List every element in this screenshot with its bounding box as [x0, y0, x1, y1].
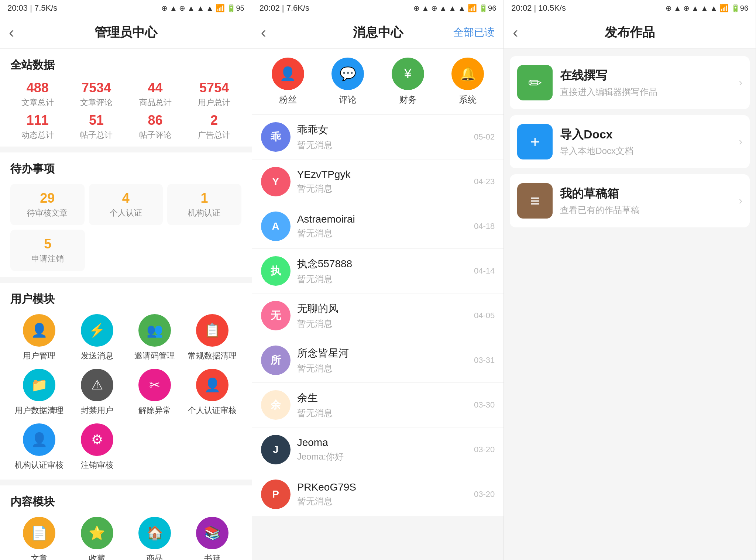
stat-label: 动态总计: [10, 130, 65, 141]
category-评论[interactable]: 💬 评论: [331, 58, 364, 106]
message-preview: 暂无消息: [297, 273, 467, 285]
publish-item[interactable]: ≡ 我的草稿箱 查看已有的作品草稿 ›: [510, 174, 750, 227]
chevron-right-icon: ›: [739, 136, 742, 148]
message-name: Astraemoirai: [297, 213, 467, 225]
stat-item: 488 文章总计: [10, 80, 65, 108]
section-title: 待办事项: [10, 161, 241, 176]
stat-item: 111 动态总计: [10, 113, 65, 141]
stat-item: 7534 文章评论: [69, 80, 123, 108]
message-item[interactable]: 无 无聊的风 暂无消息 04-05: [252, 293, 504, 338]
back-button[interactable]: ‹: [9, 24, 14, 41]
module-label: 用户数据清理: [15, 405, 63, 416]
module-label: 发送消息: [81, 350, 113, 361]
category-label: 评论: [339, 94, 357, 106]
stat-item: 44 商品总计: [128, 80, 182, 108]
module-item[interactable]: ⚙ 注销审核: [68, 423, 126, 471]
todo-item[interactable]: 4 个人认证: [89, 184, 163, 225]
todo-item[interactable]: 29 待审核文章: [10, 184, 85, 225]
message-name: 执念557888: [297, 257, 467, 271]
category-icon: ¥: [392, 58, 424, 90]
stat-label: 商品总计: [128, 97, 182, 108]
stat-label: 文章总计: [10, 97, 65, 108]
stat-label: 广告总计: [187, 130, 241, 141]
module-item[interactable]: ⚡ 发送消息: [68, 314, 126, 361]
message-item[interactable]: 余 余生 暂无消息 03-30: [252, 383, 504, 427]
module-item[interactable]: 📁 用户数据清理: [10, 369, 68, 416]
content-module-item[interactable]: 🏠 商品: [126, 517, 183, 560]
message-avatar: 所: [261, 346, 291, 375]
stat-number: 2: [187, 113, 241, 128]
stat-item: 5754 用户总计: [187, 80, 241, 108]
content-module-item[interactable]: 📄 文章: [10, 517, 68, 560]
panel-content: 全站数据488 文章总计7534 文章评论44 商品总计5754 用户总计111…: [0, 49, 252, 560]
message-item[interactable]: Y YEzvTPgyk 暂无消息 04-23: [252, 159, 504, 204]
content-module-label: 收藏: [89, 553, 105, 560]
publish-icon-box: +: [517, 124, 553, 159]
message-item[interactable]: P PRKeoG79S 暂无消息 03-20: [252, 472, 504, 517]
publish-title: 导入Docx: [560, 127, 731, 143]
header-title: 消息中心: [353, 24, 403, 41]
message-item[interactable]: 执 执念557888 暂无消息 04-14: [252, 249, 504, 293]
message-name: YEzvTPgyk: [297, 169, 467, 181]
publish-desc: 导入本地Docx文档: [560, 145, 731, 157]
module-item[interactable]: 👥 邀请码管理: [126, 314, 183, 361]
content-module-item[interactable]: ⭐ 收藏: [68, 517, 126, 560]
message-item[interactable]: J Jeoma Jeoma:你好 03-20: [252, 427, 504, 472]
category-系统[interactable]: 🔔 系统: [451, 58, 484, 106]
todo-item[interactable]: 1 机构认证: [167, 184, 241, 225]
module-icon: ⚙: [81, 423, 113, 456]
message-info: PRKeoG79S 暂无消息: [297, 481, 467, 507]
stat-number: 44: [128, 80, 182, 96]
message-name: 无聊的风: [297, 302, 467, 316]
publish-info: 在线撰写 直接进入编辑器撰写作品: [560, 68, 731, 98]
message-item[interactable]: 所 所念皆星河 暂无消息 03-31: [252, 338, 504, 383]
message-time: 03-20: [474, 489, 495, 499]
status-bar: 20:03 | 7.5K/s ⊕ ▲ ⊕ ▲ ▲ ▲ 📶 🔋95: [0, 0, 252, 16]
message-info: YEzvTPgyk 暂无消息: [297, 169, 467, 195]
message-avatar: A: [261, 212, 291, 241]
site-data-section: 全站数据488 文章总计7534 文章评论44 商品总计5754 用户总计111…: [0, 49, 252, 147]
back-button[interactable]: ‹: [513, 24, 518, 41]
module-icon: 👥: [138, 314, 171, 347]
module-item[interactable]: 👤 机构认证审核: [10, 423, 68, 471]
content-module-item[interactable]: 📚 书籍: [183, 517, 241, 560]
status-time: 20:02 | 7.6K/s: [260, 3, 309, 13]
category-粉丝[interactable]: 👤 粉丝: [272, 58, 304, 106]
content-module-icon: ⭐: [81, 517, 113, 549]
header-action[interactable]: 全部已读: [453, 25, 495, 39]
stat-number: 7534: [69, 80, 123, 96]
publish-info: 我的草稿箱 查看已有的作品草稿: [560, 186, 731, 216]
message-avatar: 乖: [261, 122, 291, 152]
message-item[interactable]: 乖 乖乖女 暂无消息 05-02: [252, 115, 504, 159]
message-time: 03-20: [474, 445, 495, 454]
message-time: 03-31: [474, 355, 495, 365]
section-title: 内容模块: [10, 494, 241, 509]
module-item[interactable]: 👤 个人认证审核: [183, 369, 241, 416]
chevron-right-icon: ›: [739, 195, 742, 207]
module-item[interactable]: 📋 常规数据清理: [183, 314, 241, 361]
publish-item[interactable]: ✏ 在线撰写 直接进入编辑器撰写作品 ›: [510, 56, 750, 109]
message-item[interactable]: A Astraemoirai 暂无消息 04-18: [252, 204, 504, 249]
module-item[interactable]: ⚠ 封禁用户: [68, 369, 126, 416]
message-avatar: 无: [261, 301, 291, 330]
status-bar: 20:02 | 7.6K/s ⊕ ▲ ⊕ ▲ ▲ ▲ 📶 🔋96: [252, 0, 504, 16]
message-list: 乖 乖乖女 暂无消息 05-02Y YEzvTPgyk 暂无消息 04-23A …: [252, 115, 504, 517]
message-time: 05-02: [474, 132, 495, 142]
publish-item[interactable]: + 导入Docx 导入本地Docx文档 ›: [510, 115, 750, 168]
chevron-right-icon: ›: [739, 77, 742, 89]
todo-single[interactable]: 5 申请注销: [10, 230, 85, 271]
back-button[interactable]: ‹: [261, 24, 266, 41]
content-module-label: 书籍: [204, 553, 220, 560]
stat-label: 文章评论: [69, 97, 123, 108]
module-label: 常规数据清理: [188, 350, 237, 361]
module-icon: 👤: [196, 369, 228, 401]
module-item[interactable]: 👤 用户管理: [10, 314, 68, 361]
message-preview: Jeoma:你好: [297, 451, 467, 463]
message-name: Jeoma: [297, 437, 467, 449]
message-preview: 暂无消息: [297, 495, 467, 507]
module-label: 邀请码管理: [134, 350, 175, 361]
category-财务[interactable]: ¥ 财务: [392, 58, 424, 106]
module-item[interactable]: ✂ 解除异常: [126, 369, 183, 416]
category-label: 财务: [399, 94, 417, 106]
panel-publish: 20:02 | 10.5K/s ⊕ ▲ ⊕ ▲ ▲ ▲ 📶 🔋96‹ 发布作品 …: [504, 0, 756, 560]
